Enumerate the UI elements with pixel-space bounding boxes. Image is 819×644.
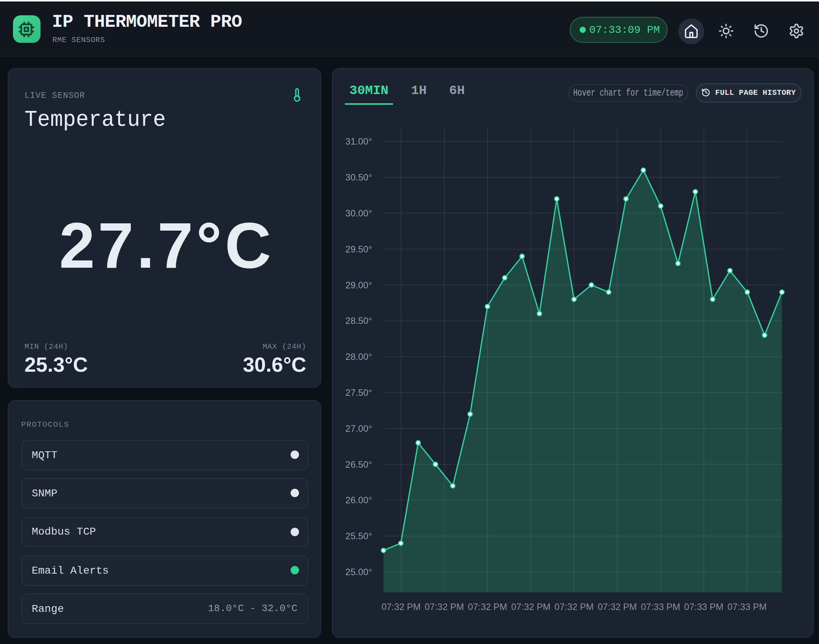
svg-text:07:32 PM: 07:32 PM (511, 601, 551, 611)
svg-text:07:32 PM: 07:32 PM (598, 601, 637, 611)
svg-text:07:33 PM: 07:33 PM (641, 601, 680, 611)
svg-text:07:32 PM: 07:32 PM (425, 601, 464, 611)
svg-text:07:32 PM: 07:32 PM (554, 601, 594, 611)
svg-text:30.00°: 30.00° (345, 208, 372, 218)
svg-text:27.00°: 27.00° (345, 423, 372, 433)
svg-text:25.50°: 25.50° (345, 530, 372, 541)
svg-text:25.00°: 25.00° (345, 566, 372, 577)
svg-text:30.50°: 30.50° (345, 172, 372, 182)
svg-text:29.00°: 29.00° (345, 280, 372, 290)
svg-text:07:32 PM: 07:32 PM (382, 601, 421, 611)
svg-text:27.50°: 27.50° (345, 387, 372, 397)
svg-text:07:32 PM: 07:32 PM (468, 601, 507, 611)
svg-text:26.50°: 26.50° (345, 459, 372, 469)
svg-text:31.00°: 31.00° (345, 136, 372, 146)
svg-text:07:33 PM: 07:33 PM (727, 601, 767, 611)
svg-text:28.00°: 28.00° (345, 351, 372, 361)
svg-text:26.00°: 26.00° (345, 494, 372, 505)
svg-text:29.50°: 29.50° (345, 244, 372, 254)
svg-text:07:33 PM: 07:33 PM (684, 601, 723, 611)
svg-text:28.50°: 28.50° (345, 315, 372, 325)
